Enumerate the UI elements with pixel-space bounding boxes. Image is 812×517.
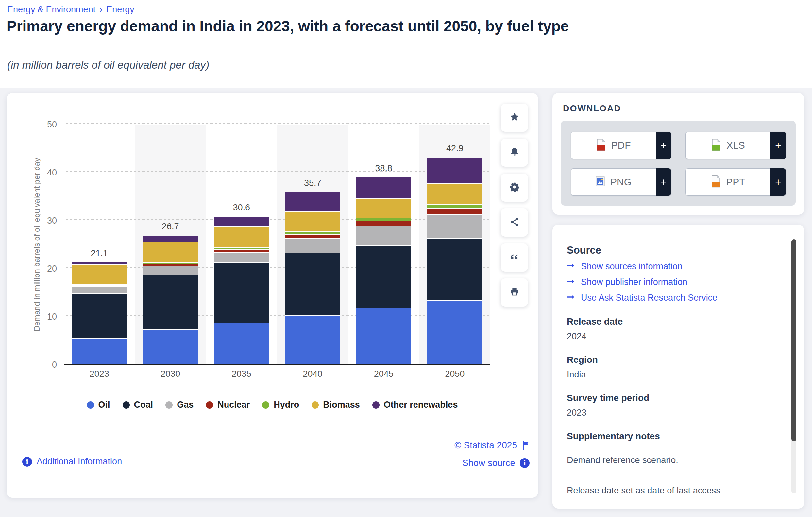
bar-2030	[143, 236, 198, 364]
bar-segment-biomass-2040[interactable]	[285, 211, 340, 231]
bar-segment-oil-2030[interactable]	[143, 329, 198, 364]
legend-item-nuclear: Nuclear	[206, 400, 250, 410]
chart-toolbar	[501, 103, 528, 307]
download-png-button[interactable]: PNG+	[571, 168, 671, 196]
share-button[interactable]	[501, 209, 528, 237]
bar-segment-nuclear-2045[interactable]	[356, 221, 411, 226]
bar-segment-coal-2030[interactable]	[143, 275, 198, 329]
legend-item-hydro: Hydro	[262, 400, 299, 410]
legend-dot	[166, 401, 173, 408]
bar-segment-oil-2040[interactable]	[285, 315, 340, 364]
x-tick-label: 2023	[64, 369, 135, 379]
scrollbar-track[interactable]	[791, 239, 796, 493]
bar-2050	[427, 157, 482, 364]
bar-segment-gas-2035[interactable]	[214, 252, 269, 263]
bar-segment-coal-2050[interactable]	[427, 238, 482, 300]
supplementary-note: Release date set as date of last access	[567, 486, 768, 496]
bar-segment-coal-2035[interactable]	[214, 263, 269, 323]
show-source-link[interactable]: Show source i	[462, 458, 529, 468]
quote-button[interactable]	[501, 243, 528, 272]
x-tick-label: 2040	[277, 369, 348, 379]
breadcrumb: Energy & Environment › Energy	[7, 5, 134, 15]
source-link-label: Use Ask Statista Research Service	[581, 293, 717, 303]
bar-segment-biomass-2030[interactable]	[143, 242, 198, 263]
bar-segment-coal-2023[interactable]	[72, 293, 127, 338]
add-to-favorites-plus-button[interactable]: +	[656, 168, 671, 196]
bar-2045	[356, 178, 411, 364]
bar-segment-other-renewables-2040[interactable]	[285, 192, 340, 211]
x-axis: 202320302035204020452050	[64, 369, 490, 382]
legend-dot	[262, 401, 269, 408]
legend-item-oil: Oil	[87, 400, 110, 410]
bar-segment-nuclear-2035[interactable]	[214, 249, 269, 252]
field-value-region: India	[567, 370, 768, 380]
bar-segment-oil-2045[interactable]	[356, 307, 411, 364]
bar-segment-gas-2030[interactable]	[143, 266, 198, 274]
bar-segment-coal-2040[interactable]	[285, 253, 340, 315]
download-xls-button[interactable]: XLS+	[686, 132, 786, 159]
bar-segment-oil-2035[interactable]	[214, 323, 269, 364]
xls-file-icon	[711, 139, 721, 152]
download-button-panel: PDF+XLS+PNG+PPT+	[561, 121, 796, 206]
bar-segment-biomass-2050[interactable]	[427, 183, 482, 204]
breadcrumb-link-energy-environment[interactable]: Energy & Environment	[7, 5, 95, 15]
bar-segment-other-renewables-2035[interactable]	[214, 217, 269, 226]
download-header: DOWNLOAD	[563, 103, 621, 114]
download-ppt-button[interactable]: PPT+	[686, 168, 786, 196]
bar-segment-gas-2045[interactable]	[356, 226, 411, 245]
bar-segment-oil-2023[interactable]	[72, 338, 127, 364]
gridline	[64, 219, 490, 220]
info-icon: i	[520, 458, 529, 468]
additional-information-link[interactable]: i Additional Information	[22, 457, 122, 467]
bar-segment-other-renewables-2050[interactable]	[427, 157, 482, 183]
bar-segment-biomass-2023[interactable]	[72, 264, 127, 284]
bar-2040	[285, 192, 340, 364]
legend-label: Oil	[98, 400, 110, 410]
gridline	[64, 171, 490, 172]
bell-icon	[509, 147, 520, 158]
bar-segment-other-renewables-2030[interactable]	[143, 236, 198, 242]
source-link-show-sources-information[interactable]: Show sources information	[567, 261, 768, 272]
field-label-release-date: Release date	[567, 316, 768, 327]
source-link-use-ask-statista-research-service[interactable]: Use Ask Statista Research Service	[567, 292, 768, 303]
add-to-favorites-plus-button[interactable]: +	[771, 132, 786, 159]
bar-segment-hydro-2045[interactable]	[356, 218, 411, 221]
pdf-file-icon	[596, 139, 606, 152]
gridline	[64, 123, 490, 124]
bar-segment-gas-2040[interactable]	[285, 238, 340, 253]
add-to-favorites-plus-button[interactable]: +	[656, 132, 671, 159]
download-card: DOWNLOAD PDF+XLS+PNG+PPT+	[552, 93, 804, 215]
print-button[interactable]	[501, 278, 528, 307]
bell-button[interactable]	[501, 139, 528, 167]
field-label-survey-time-period: Survey time period	[567, 393, 768, 403]
star-button[interactable]	[501, 103, 528, 132]
bar-segment-oil-2050[interactable]	[427, 300, 482, 364]
add-to-favorites-plus-button[interactable]: +	[771, 168, 786, 196]
gear-button[interactable]	[501, 174, 528, 202]
bar-segment-nuclear-2040[interactable]	[285, 234, 340, 238]
y-tick-label: 40	[47, 168, 57, 178]
statista-copyright[interactable]: © Statista 2025	[454, 440, 529, 451]
source-card: Source Show sources informationShow publ…	[552, 225, 804, 509]
bar-segment-other-renewables-2045[interactable]	[356, 178, 411, 198]
bar-segment-hydro-2050[interactable]	[427, 204, 482, 208]
additional-information-label: Additional Information	[37, 457, 122, 467]
bar-segment-biomass-2035[interactable]	[214, 226, 269, 248]
bar-segment-coal-2045[interactable]	[356, 245, 411, 307]
download-pdf-button[interactable]: PDF+	[571, 132, 671, 159]
bar-segment-gas-2023[interactable]	[72, 286, 127, 293]
bar-segment-gas-2050[interactable]	[427, 214, 482, 239]
breadcrumb-link-energy[interactable]: Energy	[106, 5, 134, 15]
download-png-label: PNG	[610, 177, 632, 188]
show-source-label: Show source	[462, 458, 515, 468]
bar-segment-hydro-2040[interactable]	[285, 231, 340, 234]
field-label-region: Region	[567, 355, 768, 365]
scrollbar-thumb[interactable]	[791, 239, 796, 441]
chart-footer-right: © Statista 2025 Show source i	[454, 440, 529, 468]
bar-segment-biomass-2045[interactable]	[356, 198, 411, 218]
legend-item-gas: Gas	[166, 400, 194, 410]
source-link-show-publisher-information[interactable]: Show publisher information	[567, 276, 768, 287]
bar-segment-nuclear-2050[interactable]	[427, 208, 482, 214]
legend-label: Coal	[134, 400, 153, 410]
y-axis: 01020304050	[37, 124, 57, 365]
